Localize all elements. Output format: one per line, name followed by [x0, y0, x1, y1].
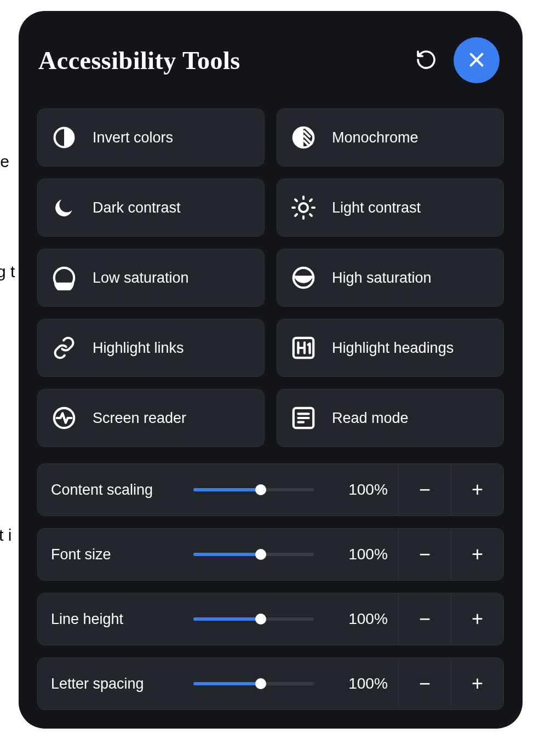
tool-low-saturation[interactable]: Low saturation	[37, 249, 265, 307]
slider-control[interactable]	[193, 682, 338, 685]
slider-value: 100%	[338, 546, 398, 563]
stepper: − +	[398, 593, 503, 645]
tool-invert-colors[interactable]: Invert colors	[37, 108, 265, 167]
plus-icon: +	[472, 672, 483, 695]
tool-label: Screen reader	[93, 410, 186, 427]
background-text: g t	[0, 262, 15, 281]
slider-label: Line height	[51, 611, 193, 628]
close-icon	[467, 50, 486, 71]
half-circle-icon	[51, 124, 77, 151]
tool-label: Light contrast	[332, 199, 421, 216]
slider-label: Content scaling	[51, 482, 193, 499]
tool-highlight-headings[interactable]: Highlight headings	[277, 319, 504, 377]
svg-line-12	[310, 214, 312, 216]
svg-line-6	[303, 135, 312, 144]
tool-label: Low saturation	[93, 270, 189, 287]
stepper: − +	[398, 529, 503, 580]
increase-button[interactable]: +	[451, 658, 503, 709]
slider-font-size: Font size 100% − +	[37, 528, 504, 581]
svg-point-8	[299, 203, 308, 212]
plus-icon: +	[472, 543, 483, 566]
tool-read-mode[interactable]: Read mode	[277, 389, 504, 447]
monochrome-icon	[290, 124, 317, 151]
link-icon	[51, 335, 77, 361]
stepper: − +	[398, 464, 503, 516]
read-mode-icon	[290, 405, 317, 431]
tool-screen-reader[interactable]: Screen reader	[37, 389, 265, 447]
reset-icon	[415, 49, 437, 72]
minus-icon: −	[419, 672, 431, 695]
tool-dark-contrast[interactable]: Dark contrast	[37, 179, 265, 237]
slider-line-height: Line height 100% − +	[37, 593, 504, 645]
tool-monochrome[interactable]: Monochrome	[277, 108, 504, 167]
header-actions	[413, 37, 500, 83]
tool-high-saturation[interactable]: High saturation	[277, 249, 504, 307]
svg-line-15	[295, 214, 297, 216]
slider-letter-spacing: Letter spacing 100% − +	[37, 657, 504, 710]
low-saturation-icon	[51, 265, 77, 291]
tool-label: Highlight links	[93, 340, 184, 357]
slider-control[interactable]	[193, 488, 338, 491]
svg-line-11	[295, 199, 297, 201]
sliders-section: Content scaling 100% − + Font size	[37, 463, 504, 710]
high-saturation-icon	[290, 265, 317, 291]
background-text: te	[0, 152, 9, 171]
decrease-button[interactable]: −	[398, 529, 451, 580]
tools-grid: Invert colors Monochrome	[37, 108, 504, 447]
reset-button[interactable]	[413, 47, 439, 73]
plus-icon: +	[472, 608, 483, 631]
slider-label: Letter spacing	[51, 675, 193, 692]
tool-highlight-links[interactable]: Highlight links	[37, 319, 265, 377]
slider-content-scaling: Content scaling 100% − +	[37, 463, 504, 516]
slider-control[interactable]	[193, 553, 338, 556]
background-text: t i	[0, 526, 12, 545]
increase-button[interactable]: +	[451, 464, 503, 516]
minus-icon: −	[419, 608, 431, 631]
tool-light-contrast[interactable]: Light contrast	[277, 179, 504, 237]
close-button[interactable]	[454, 37, 500, 83]
sun-icon	[290, 194, 317, 221]
moon-icon	[51, 194, 77, 221]
activity-icon	[51, 405, 77, 431]
svg-line-16	[310, 199, 312, 201]
slider-label: Font size	[51, 546, 193, 563]
panel-title: Accessibility Tools	[38, 46, 240, 75]
minus-icon: −	[419, 478, 431, 501]
slider-value: 100%	[338, 610, 398, 628]
stepper: − +	[398, 658, 503, 709]
slider-value: 100%	[338, 481, 398, 499]
panel-header: Accessibility Tools	[37, 37, 504, 83]
h1-icon	[290, 335, 317, 361]
tool-label: Monochrome	[332, 129, 418, 146]
accessibility-panel: Accessibility Tools	[19, 11, 523, 729]
decrease-button[interactable]: −	[398, 464, 451, 516]
tool-label: Read mode	[332, 410, 409, 427]
tool-label: High saturation	[332, 270, 432, 287]
tool-label: Dark contrast	[93, 199, 181, 216]
tool-label: Invert colors	[93, 129, 173, 146]
slider-value: 100%	[338, 675, 398, 692]
decrease-button[interactable]: −	[398, 658, 451, 709]
increase-button[interactable]: +	[451, 529, 503, 580]
decrease-button[interactable]: −	[398, 593, 451, 645]
increase-button[interactable]: +	[451, 593, 503, 645]
tool-label: Highlight headings	[332, 340, 454, 357]
slider-control[interactable]	[193, 617, 338, 621]
minus-icon: −	[419, 543, 431, 566]
plus-icon: +	[472, 478, 483, 501]
